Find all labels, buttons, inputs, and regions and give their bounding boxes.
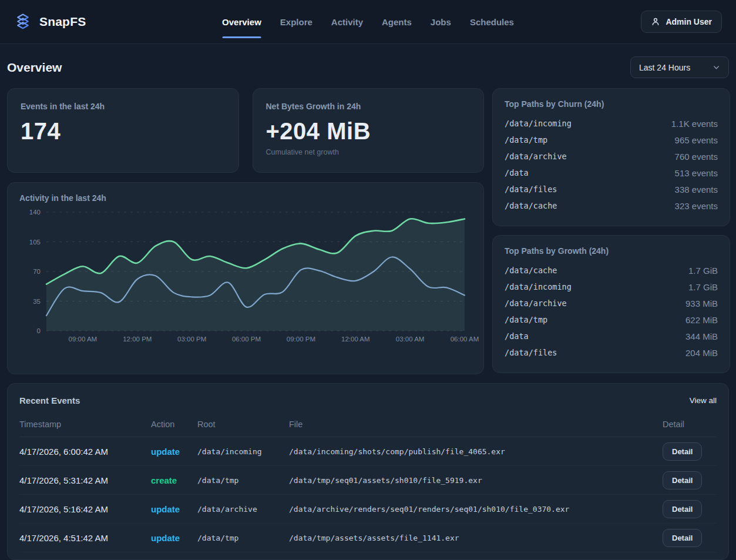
table-row: 4/17/2026, 4:51:42 AM update /data/tmp /… — [19, 524, 717, 552]
churn-row: /data513 events — [505, 165, 718, 181]
churn-row: /data/files338 events — [505, 181, 718, 197]
chevron-down-icon — [713, 63, 720, 71]
layers-stack-icon — [14, 13, 32, 31]
event-file: /data/archive/renders/seq01/renders/seq0… — [289, 505, 663, 514]
table-row: 4/17/2026, 5:16:42 AM update /data/archi… — [19, 495, 717, 524]
nav-item-agents[interactable]: Agents — [382, 14, 412, 31]
nav-item-schedules[interactable]: Schedules — [470, 14, 514, 31]
nav-item-jobs[interactable]: Jobs — [431, 14, 451, 31]
growth-path: /data/cache — [505, 266, 557, 275]
view-all-link[interactable]: View all — [690, 396, 717, 405]
growth-path: /data — [505, 331, 529, 341]
event-file: /data/tmp/assets/assets/file_1141.exr — [289, 534, 663, 542]
col-timestamp: Timestamp — [19, 420, 151, 429]
svg-text:12:00 PM: 12:00 PM — [123, 336, 152, 343]
growth-row: /data/cache1.7 GiB — [505, 262, 718, 279]
left-column: Events in the last 24h 174 Net Bytes Gro… — [7, 88, 484, 374]
events-24h-value: 174 — [21, 118, 226, 145]
churn-row: /data/archive760 events — [505, 148, 718, 165]
churn-path: /data/incoming — [505, 119, 572, 128]
activity-chart: 0357010514009:00 AM12:00 PM03:00 PM06:00… — [19, 205, 472, 348]
person-icon — [651, 17, 660, 26]
recent-events-card: Recent Events View all Timestamp Action … — [7, 383, 729, 560]
event-timestamp: 4/17/2026, 4:51:42 AM — [19, 533, 151, 543]
net-bytes-growth-title: Net Bytes Growth in 24h — [266, 102, 471, 111]
user-name: Admin User — [666, 17, 712, 26]
churn-row: /data/tmp965 events — [505, 132, 718, 148]
event-action: create — [151, 475, 197, 485]
growth-value: 933 MiB — [685, 299, 718, 308]
event-timestamp: 4/17/2026, 6:00:42 AM — [19, 447, 151, 457]
detail-button[interactable]: Detail — [663, 529, 702, 547]
table-row: 4/17/2026, 6:00:42 AM update /data/incom… — [19, 437, 717, 466]
growth-path: /data/archive — [505, 299, 567, 308]
brand-name: SnapFS — [39, 15, 86, 29]
net-bytes-growth-card: Net Bytes Growth in 24h +204 MiB Cumulat… — [253, 88, 485, 173]
growth-value: 1.7 GiB — [688, 282, 718, 292]
nav-item-explore[interactable]: Explore — [280, 14, 312, 31]
churn-value: 323 events — [675, 201, 718, 211]
churn-path: /data — [505, 168, 529, 177]
event-timestamp: 4/17/2026, 5:16:42 AM — [19, 504, 151, 514]
detail-button[interactable]: Detail — [663, 471, 702, 489]
top-paths-churn-title: Top Paths by Churn (24h) — [505, 99, 718, 109]
brand: SnapFS — [14, 13, 86, 31]
churn-value: 760 events — [675, 152, 718, 162]
svg-text:140: 140 — [29, 209, 41, 216]
main-nav: Overview Explore Activity Agents Jobs Sc… — [222, 14, 514, 31]
detail-button[interactable]: Detail — [663, 442, 702, 461]
right-column: Top Paths by Churn (24h) /data/incoming1… — [492, 88, 730, 373]
col-file: File — [289, 420, 663, 429]
churn-path: /data/files — [505, 185, 557, 194]
event-action: update — [151, 447, 197, 457]
events-24h-card: Events in the last 24h 174 — [7, 88, 239, 173]
churn-path: /data/tmp — [505, 135, 547, 145]
churn-path: /data/cache — [505, 201, 557, 210]
growth-path: /data/incoming — [505, 282, 572, 291]
growth-row: /data/archive933 MiB — [505, 295, 718, 311]
churn-value: 513 events — [675, 168, 718, 178]
stat-cards-row: Events in the last 24h 174 Net Bytes Gro… — [7, 88, 484, 173]
activity-chart-title: Activity in the last 24h — [19, 193, 472, 203]
nav-item-overview[interactable]: Overview — [222, 14, 261, 31]
time-range-value: Last 24 Hours — [639, 63, 690, 72]
time-range-select[interactable]: Last 24 Hours — [630, 56, 729, 78]
event-action: update — [151, 533, 197, 543]
net-bytes-growth-subtitle: Cumulative net growth — [266, 148, 471, 156]
col-action: Action — [151, 420, 197, 429]
growth-value: 1.7 GiB — [688, 266, 718, 276]
user-menu-button[interactable]: Admin User — [641, 11, 722, 33]
svg-text:03:00 PM: 03:00 PM — [177, 336, 206, 343]
net-bytes-growth-value: +204 MiB — [266, 118, 471, 145]
svg-text:35: 35 — [33, 298, 41, 305]
event-root: /data/tmp — [197, 476, 289, 485]
growth-row: /data/tmp622 MiB — [505, 311, 718, 328]
growth-value: 344 MiB — [685, 331, 718, 341]
detail-button[interactable]: Detail — [663, 500, 702, 518]
svg-text:09:00 PM: 09:00 PM — [287, 336, 315, 343]
nav-item-activity[interactable]: Activity — [331, 14, 363, 31]
growth-row: /data/incoming1.7 GiB — [505, 279, 718, 295]
churn-row: /data/incoming1.1K events — [505, 115, 718, 132]
page-header: Overview Last 24 Hours — [7, 56, 729, 78]
growth-value: 204 MiB — [685, 348, 718, 358]
top-paths-churn-card: Top Paths by Churn (24h) /data/incoming1… — [492, 88, 730, 226]
activity-chart-card: Activity in the last 24h 0357010514009:0… — [7, 182, 484, 374]
churn-value: 338 events — [675, 185, 718, 195]
growth-row: /data344 MiB — [505, 328, 718, 344]
growth-path: /data/files — [505, 348, 557, 357]
churn-value: 965 events — [675, 135, 718, 145]
page-title: Overview — [7, 61, 62, 75]
event-file: /data/incoming/shots/comp/publish/file_4… — [289, 447, 663, 456]
svg-text:70: 70 — [33, 268, 41, 275]
main-content: Overview Last 24 Hours Events in the las… — [0, 56, 736, 560]
svg-text:105: 105 — [29, 239, 41, 246]
top-paths-growth-card: Top Paths by Growth (24h) /data/cache1.7… — [492, 235, 730, 373]
col-detail: Detail — [663, 420, 717, 429]
table-header-row: Timestamp Action Root File Detail — [19, 420, 717, 437]
col-root: Root — [197, 420, 289, 429]
churn-row: /data/cache323 events — [505, 197, 718, 214]
top-paths-growth-title: Top Paths by Growth (24h) — [505, 246, 718, 256]
recent-events-table: Timestamp Action Root File Detail 4/17/2… — [19, 420, 717, 552]
svg-text:0: 0 — [37, 327, 41, 334]
